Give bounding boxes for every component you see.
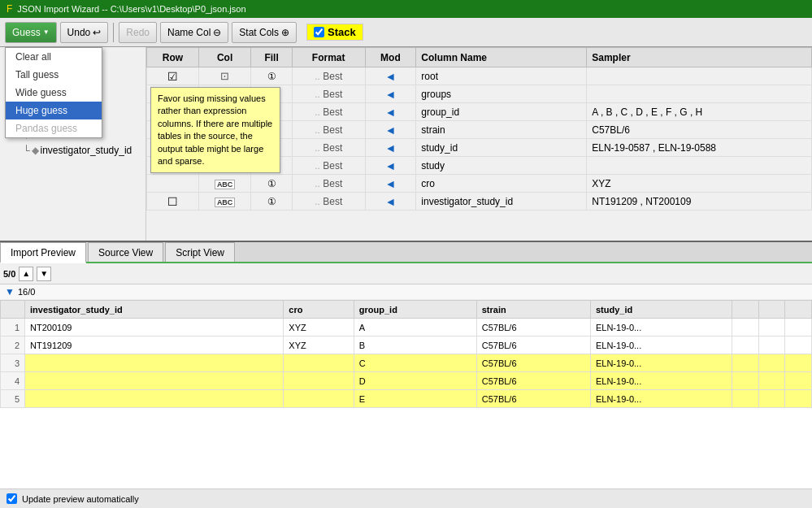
col-header-row: Row — [147, 48, 199, 67]
tab-import-preview[interactable]: Import Preview — [0, 242, 86, 263]
col-header-fill: Fill — [251, 48, 293, 67]
mod-cell: ◄ — [365, 103, 416, 121]
preview-nav-down[interactable]: ▼ — [37, 267, 51, 281]
preview-cell-empty — [785, 354, 812, 372]
preview-col-study-id: study_id — [590, 301, 732, 319]
col-header-format: Format — [292, 48, 365, 67]
preview-cell-investigator_study_id: NT191209 — [25, 336, 284, 354]
preview-cell-strain: C57BL/6 — [476, 336, 590, 354]
preview-cell-empty — [732, 354, 758, 372]
preview-cell-investigator_study_id — [25, 390, 284, 408]
preview-cell-group_id: C — [354, 354, 476, 372]
guess-dropdown-arrow: ▼ — [43, 28, 50, 36]
mod-cell: ◄ — [365, 175, 416, 193]
guess-button[interactable]: Guess ▼ — [5, 22, 57, 43]
format-cell: .. Best — [292, 103, 365, 121]
preview-cell-empty — [732, 336, 758, 354]
format-cell: .. Best — [292, 193, 365, 211]
column-name-cell: group_id — [416, 103, 587, 121]
preview-col-investigator-study-id: investigator_study_id — [25, 301, 284, 319]
row-checkbox[interactable]: ☐ — [147, 193, 199, 211]
preview-cell-study_id: ELN-19-0... — [590, 319, 732, 336]
mod-cell: ◄ — [365, 193, 416, 211]
preview-cell-investigator_study_id — [25, 372, 284, 390]
mod-cell: ◄ — [365, 67, 416, 85]
preview-cell-empty — [758, 390, 785, 408]
column-name-cell: groups — [416, 85, 587, 103]
preview-cell-strain: C57BL/6 — [476, 319, 590, 336]
dropdown-wide-guess[interactable]: Wide guess — [6, 84, 102, 102]
preview-cell-strain: C57BL/6 — [476, 390, 590, 408]
tab-script-view[interactable]: Script View — [165, 242, 235, 262]
fill-cell: ① — [251, 67, 293, 85]
undo-button[interactable]: Undo ↩ — [60, 22, 109, 43]
format-cell: .. Best — [292, 157, 365, 175]
table-row: ABC ① .. Best ◄ cro XYZ — [147, 175, 812, 193]
row-indicator: ▼ 16/0 — [0, 284, 812, 300]
sampler-cell — [587, 85, 812, 103]
upper-area: ├ ◆ strain ├ ◆ study_id ├ □ study — [0, 47, 812, 242]
column-name-cell: strain — [416, 121, 587, 139]
preview-cell-empty — [758, 372, 785, 390]
auto-update-checkbox[interactable] — [7, 493, 17, 504]
expand-icon[interactable]: ▼ — [5, 286, 15, 297]
preview-row: 1NT200109XYZAC57BL/6ELN-19-0... — [1, 319, 812, 336]
preview-cell-empty — [758, 319, 785, 336]
tree-item-investigator-study-id[interactable]: └ ◆ investigator_study_id — [0, 141, 145, 159]
auto-update-label: Update preview automatically — [22, 494, 139, 504]
sampler-cell — [587, 157, 812, 175]
preview-cell-group_id: B — [354, 336, 476, 354]
dropdown-huge-guess[interactable]: Huge guess — [6, 102, 102, 119]
stat-cols-icon: ⊕ — [281, 27, 289, 38]
guess-dropdown-menu: Clear all Tall guess Wide guess Huge gue… — [5, 47, 102, 138]
preview-cell-empty — [732, 372, 758, 390]
format-cell: .. Best — [292, 85, 365, 103]
col-abc: ABC — [199, 193, 251, 211]
row-number: 4 — [1, 372, 25, 390]
sampler-cell: C57BL/6 — [587, 121, 812, 139]
stat-cols-button[interactable]: Stat Cols ⊕ — [232, 22, 297, 43]
dropdown-tall-guess[interactable]: Tall guess — [6, 66, 102, 84]
stack-checkbox[interactable] — [314, 27, 324, 37]
title-text: JSON Import Wizard -- C:\Users\v1\Deskto… — [17, 4, 245, 14]
name-col-icon: ⊖ — [213, 27, 221, 38]
row-number: 2 — [1, 336, 25, 354]
fill-cell: ① — [251, 193, 293, 211]
preview-cell-cro — [284, 390, 354, 408]
preview-nav-up[interactable]: ▲ — [19, 267, 33, 281]
col-camera: ⊡ — [199, 67, 251, 85]
format-cell: .. Best — [292, 67, 365, 85]
row-checkbox[interactable]: ☑ — [147, 67, 199, 85]
preview-cell-group_id: E — [354, 390, 476, 408]
mod-cell: ◄ — [365, 85, 416, 103]
column-name-cell: cro — [416, 175, 587, 193]
preview-cell-investigator_study_id: NT200109 — [25, 319, 284, 336]
format-cell: .. Best — [292, 121, 365, 139]
preview-cell-study_id: ELN-19-0... — [590, 354, 732, 372]
app-icon: F — [7, 3, 12, 15]
format-cell: .. Best — [292, 175, 365, 193]
preview-cell-empty — [758, 354, 785, 372]
name-col-button[interactable]: Name Col ⊖ — [160, 22, 228, 43]
dropdown-clear-all[interactable]: Clear all — [6, 48, 102, 66]
preview-col-extra2 — [758, 301, 785, 319]
preview-cell-strain: C57BL/6 — [476, 372, 590, 390]
tab-source-view[interactable]: Source View — [88, 242, 163, 262]
preview-count: 5/0 — [3, 269, 15, 279]
stack-checkbox-label[interactable]: Stack — [306, 24, 363, 41]
sampler-cell: XYZ — [587, 175, 812, 193]
preview-col-extra1 — [732, 301, 758, 319]
preview-cell-empty — [732, 390, 758, 408]
sampler-cell: NT191209 , NT200109 — [587, 193, 812, 211]
preview-nav-header: 5/0 ▲ ▼ — [0, 263, 812, 284]
preview-cell-cro: XYZ — [284, 336, 354, 354]
preview-cell-study_id: ELN-19-0... — [590, 336, 732, 354]
sampler-cell: ELN-19-0587 , ELN-19-0588 — [587, 139, 812, 157]
preview-cell-empty — [732, 319, 758, 336]
main-content: ├ ◆ strain ├ ◆ study_id ├ □ study — [0, 47, 812, 508]
preview-cell-cro — [284, 354, 354, 372]
redo-button[interactable]: Redo — [119, 22, 157, 43]
data-table-container: ├ ◆ strain ├ ◆ study_id ├ □ study — [0, 47, 812, 241]
mod-cell: ◄ — [365, 157, 416, 175]
preview-col-num — [1, 301, 25, 319]
